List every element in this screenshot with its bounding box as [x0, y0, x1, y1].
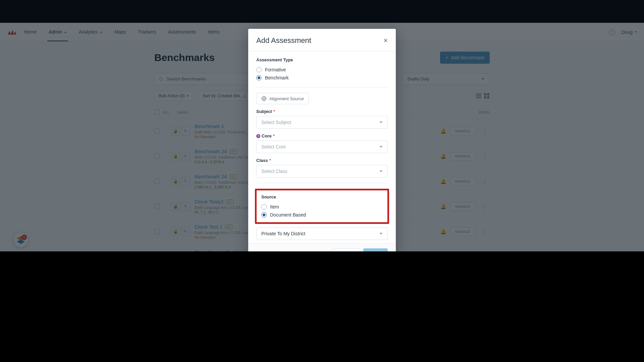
class-select[interactable]: Select Class: [256, 165, 388, 178]
subject-label: Subject*: [256, 109, 388, 114]
radio-formative[interactable]: Formative: [256, 66, 388, 74]
assessment-type-label: Assessment Type: [256, 57, 388, 62]
radio-source-document[interactable]: Document Based: [261, 211, 383, 219]
source-section-highlighted: Source Item Document Based: [255, 189, 389, 224]
privacy-select[interactable]: Private To My District: [256, 227, 388, 240]
radio-benchmark[interactable]: Benchmark: [256, 74, 388, 82]
core-select[interactable]: Select Core: [256, 140, 388, 153]
close-icon[interactable]: ×: [383, 37, 388, 44]
add-assessment-modal: Add Assessment × Assessment Type Formati…: [248, 29, 396, 264]
svg-point-10: [263, 98, 265, 100]
svg-point-9: [262, 97, 266, 101]
alignment-source-button[interactable]: Alignment Source: [256, 93, 309, 104]
radio-icon: [256, 75, 262, 80]
modal-title: Add Assessment: [256, 36, 311, 45]
radio-source-item[interactable]: Item: [261, 203, 383, 211]
core-badge-icon: [256, 134, 260, 138]
radio-icon: [261, 204, 267, 209]
radio-icon: [256, 67, 262, 72]
target-icon: [261, 96, 267, 101]
source-label: Source: [261, 194, 383, 199]
subject-select[interactable]: Select Subject: [256, 116, 388, 129]
class-label: Class*: [256, 158, 388, 163]
radio-icon: [261, 212, 267, 218]
core-label: Core*: [256, 133, 388, 138]
